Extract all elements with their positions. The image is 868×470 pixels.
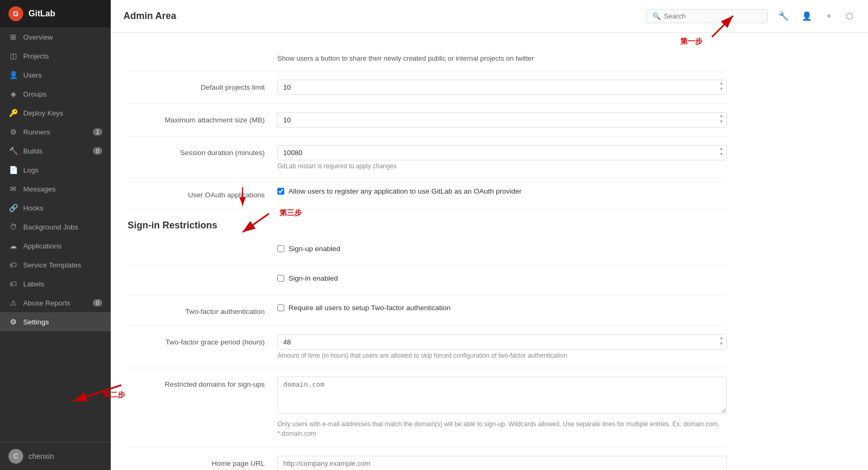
spinner3-down[interactable]: ▼ bbox=[718, 152, 725, 157]
two-factor-grace-note: Amount of time (in hours) that users are… bbox=[277, 352, 727, 359]
twitter-share-control: Show users a button to share their newly… bbox=[277, 54, 727, 62]
twitter-share-row: Show users a button to share their newly… bbox=[128, 45, 727, 71]
sidebar-item-builds[interactable]: 🔨 Builds 0 bbox=[0, 141, 111, 160]
home-page-url-control: We will redirect non-logged in users to … bbox=[277, 456, 727, 470]
deploy-keys-icon: 🔑 bbox=[8, 109, 18, 117]
sidebar-label-abuse-reports: Abuse Reports bbox=[23, 299, 70, 307]
two-factor-grace-control: ▲ ▼ Amount of time (in hours) that users… bbox=[277, 334, 727, 359]
restricted-domains-input[interactable] bbox=[277, 377, 727, 414]
sidebar-footer: C chenxin bbox=[0, 442, 111, 470]
sidebar-item-service-templates[interactable]: 🏷 Service Templates bbox=[0, 255, 111, 274]
sidebar-item-users[interactable]: 👤 Users bbox=[0, 65, 111, 84]
sidebar-item-deploy-keys[interactable]: 🔑 Deploy Keys bbox=[0, 103, 111, 122]
sidebar-item-labels[interactable]: 🏷 Labels bbox=[0, 274, 111, 293]
sidebar-label-deploy-keys: Deploy Keys bbox=[23, 109, 63, 117]
max-attachment-row: Maximum attachment size (MB) ▲ ▼ bbox=[128, 104, 727, 137]
spinner4-down[interactable]: ▼ bbox=[718, 341, 725, 347]
spinner2: ▲ ▼ bbox=[718, 113, 725, 124]
projects-icon: ◫ bbox=[8, 52, 18, 60]
runners-badge: 1 bbox=[93, 128, 102, 136]
user-oauth-checkbox[interactable] bbox=[277, 188, 284, 195]
spinner2-up[interactable]: ▲ bbox=[718, 113, 725, 119]
sidebar-label-messages: Messages bbox=[23, 185, 56, 193]
restricted-domains-note: Only users with e-mail addresses that ma… bbox=[277, 419, 727, 438]
avatar: C bbox=[8, 449, 23, 464]
home-page-url-row: Home page URL We will redirect non-logge… bbox=[128, 447, 727, 470]
signup-enabled-checkbox[interactable] bbox=[277, 245, 284, 252]
settings-icon: ⚙ bbox=[8, 318, 18, 326]
sidebar-item-logs[interactable]: 📄 Logs bbox=[0, 160, 111, 179]
two-factor-checkbox[interactable] bbox=[277, 304, 284, 311]
signin-enabled-checkbox[interactable] bbox=[277, 275, 284, 282]
spinner2-down[interactable]: ▼ bbox=[718, 119, 725, 124]
home-page-url-input[interactable] bbox=[277, 456, 727, 470]
sidebar-item-projects[interactable]: ◫ Projects bbox=[0, 46, 111, 65]
signup-enabled-row: Sign-up enabled bbox=[128, 236, 727, 266]
spinner3: ▲ ▼ bbox=[718, 146, 725, 157]
spinner-down[interactable]: ▼ bbox=[718, 87, 725, 92]
max-attachment-input[interactable] bbox=[277, 112, 727, 128]
admin-settings-form: Show users a button to share their newly… bbox=[111, 33, 744, 470]
user-oauth-checkbox-row: Allow users to register any application … bbox=[277, 187, 727, 195]
wrench-icon[interactable]: 🔧 bbox=[776, 9, 791, 23]
sidebar-item-messages[interactable]: ✉ Messages bbox=[0, 179, 111, 198]
home-page-url-label: Home page URL bbox=[128, 456, 265, 469]
session-duration-input[interactable] bbox=[277, 145, 727, 160]
gitlab-logo: G bbox=[8, 6, 23, 21]
sidebar-item-background-jobs[interactable]: ⏱ Background Jobs bbox=[0, 217, 111, 236]
users-icon: 👤 bbox=[8, 71, 18, 79]
sidebar-nav: ⊞ Overview ◫ Projects 👤 Users ◈ Groups 🔑… bbox=[0, 27, 111, 442]
sidebar-item-applications[interactable]: ☁ Applications bbox=[0, 236, 111, 255]
default-projects-limit-label: Default projects limit bbox=[128, 80, 265, 93]
session-duration-control: ▲ ▼ GitLab restart is required to apply … bbox=[277, 145, 727, 170]
background-jobs-icon: ⏱ bbox=[8, 223, 18, 231]
signin-enabled-checkbox-label: Sign-in enabled bbox=[288, 274, 338, 282]
labels-icon: 🏷 bbox=[8, 280, 18, 288]
abuse-reports-icon: ⚠ bbox=[8, 299, 18, 307]
two-factor-grace-row: Two-factor grace period (hours) ▲ ▼ Amou… bbox=[128, 326, 727, 368]
two-factor-row: Two-factor authentication Require all us… bbox=[128, 295, 727, 326]
session-duration-row: Session duration (minutes) ▲ ▼ GitLab re… bbox=[128, 137, 727, 179]
sidebar-item-settings[interactable]: ⚙ Settings bbox=[0, 312, 111, 331]
max-attachment-label: Maximum attachment size (MB) bbox=[128, 112, 265, 126]
default-projects-limit-control: ▲ ▼ bbox=[277, 80, 727, 95]
user-oauth-label: User OAuth applications bbox=[128, 187, 265, 200]
sidebar-label-builds: Builds bbox=[23, 147, 43, 155]
spinner4-up[interactable]: ▲ bbox=[718, 335, 725, 341]
sidebar-label-hooks: Hooks bbox=[23, 204, 43, 212]
spinner3-up[interactable]: ▲ bbox=[718, 146, 725, 151]
search-input[interactable] bbox=[664, 12, 762, 20]
sidebar-item-hooks[interactable]: 🔗 Hooks bbox=[0, 198, 111, 217]
max-attachment-control: ▲ ▼ bbox=[277, 112, 727, 128]
sidebar-item-runners[interactable]: ⚙ Runners 1 bbox=[0, 122, 111, 141]
sidebar-item-abuse-reports[interactable]: ⚠ Abuse Reports 0 bbox=[0, 293, 111, 312]
default-projects-limit-input[interactable] bbox=[277, 80, 727, 95]
sidebar-item-groups[interactable]: ◈ Groups bbox=[0, 84, 111, 103]
plus-icon[interactable]: ＋ bbox=[823, 8, 835, 24]
sidebar-label-labels: Labels bbox=[23, 280, 44, 288]
signup-enabled-checkbox-row: Sign-up enabled bbox=[277, 245, 727, 253]
search-box[interactable]: 🔍 bbox=[647, 9, 768, 23]
two-factor-checkbox-row: Require all users to setup Two-factor au… bbox=[277, 304, 727, 312]
signin-enabled-control: Sign-in enabled bbox=[277, 274, 727, 286]
two-factor-grace-label: Two-factor grace period (hours) bbox=[128, 334, 265, 348]
default-projects-limit-row: Default projects limit ▲ ▼ bbox=[128, 71, 727, 104]
user-oauth-control: Allow users to register any application … bbox=[277, 187, 727, 199]
session-duration-label: Session duration (minutes) bbox=[128, 145, 265, 158]
builds-badge: 0 bbox=[93, 147, 102, 155]
signin-enabled-checkbox-row: Sign-in enabled bbox=[277, 274, 727, 282]
user-oauth-row: User OAuth applications Allow users to r… bbox=[128, 179, 727, 209]
user-icon[interactable]: 👤 bbox=[799, 9, 814, 23]
signup-enabled-checkbox-label: Sign-up enabled bbox=[288, 245, 340, 253]
groups-icon: ◈ bbox=[8, 90, 18, 98]
signup-enabled-control: Sign-up enabled bbox=[277, 245, 727, 257]
sidebar-label-projects: Projects bbox=[23, 52, 49, 60]
two-factor-grace-input[interactable] bbox=[277, 334, 727, 350]
session-duration-note: GitLab restart is required to apply chan… bbox=[277, 162, 727, 170]
hooks-icon: 🔗 bbox=[8, 204, 18, 212]
signout-icon[interactable]: ⬡ bbox=[844, 9, 855, 23]
default-projects-limit-wrap: ▲ ▼ bbox=[277, 80, 727, 95]
sidebar-item-overview[interactable]: ⊞ Overview bbox=[0, 27, 111, 46]
restricted-domains-row: Restricted domains for sign-ups Only use… bbox=[128, 368, 727, 447]
spinner-up[interactable]: ▲ bbox=[718, 81, 725, 86]
